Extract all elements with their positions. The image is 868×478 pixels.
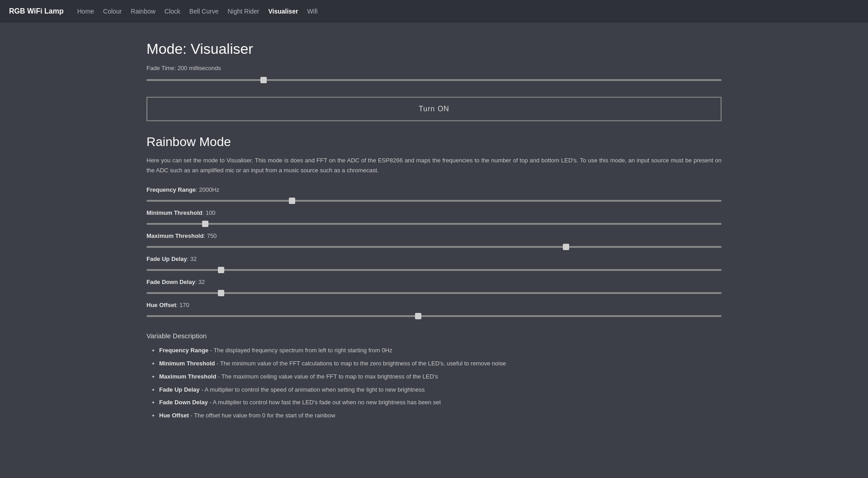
variable-description-section: Variable Description Frequency Range - T… [146, 332, 722, 421]
rainbow-mode-description: Here you can set the mode to Visualiser.… [146, 156, 722, 175]
nav-link-rainbow[interactable]: Rainbow [131, 8, 155, 15]
var-list-item: Fade Down Delay - A multiplier to contro… [159, 398, 722, 407]
navbar: RGB WiFi Lamp HomeColourRainbowClockBell… [0, 0, 868, 23]
fade-down-delay-slider[interactable] [146, 292, 722, 294]
hue-offset-container [146, 311, 722, 318]
var-list-item: Frequency Range - The displayed frequenc… [159, 346, 722, 355]
main-content: Mode: Visualiser Fade Time: 200 millisec… [0, 23, 868, 442]
nav-link-bell-curve[interactable]: Bell Curve [189, 8, 219, 15]
hue-offset-label: Hue Offset: 170 [146, 302, 722, 308]
sliders-section: Frequency Range: 2000HzMinimum Threshold… [146, 186, 722, 318]
nav-link-clock[interactable]: Clock [165, 8, 180, 15]
fade-time-section: Fade Time: 200 milliseconds [146, 65, 722, 82]
var-list-item: Hue Offset - The offset hue value from 0… [159, 411, 722, 421]
fade-down-delay-container [146, 288, 722, 295]
fade-time-slider[interactable] [146, 79, 722, 81]
minimum-threshold-slider[interactable] [146, 223, 722, 225]
frequency-range-slider[interactable] [146, 200, 722, 202]
frequency-range-container [146, 196, 722, 203]
maximum-threshold-label: Maximum Threshold: 750 [146, 232, 722, 239]
fade-time-label: Fade Time: 200 milliseconds [146, 65, 722, 71]
nav-brand: RGB WiFi Lamp [9, 7, 64, 15]
fade-up-delay-container [146, 265, 722, 272]
nav-link-home[interactable]: Home [77, 8, 94, 15]
var-list-item: Fade Up Delay - A multiplier to control … [159, 385, 722, 395]
hue-offset-slider[interactable] [146, 315, 722, 317]
fade-time-slider-container [146, 75, 722, 82]
variable-description-title: Variable Description [146, 332, 722, 340]
nav-link-visualiser[interactable]: Visualiser [268, 8, 298, 15]
page-title: Mode: Visualiser [146, 41, 722, 57]
rainbow-mode-title: Rainbow Mode [146, 135, 722, 149]
nav-link-colour[interactable]: Colour [103, 8, 122, 15]
maximum-threshold-container [146, 242, 722, 249]
variable-list: Frequency Range - The displayed frequenc… [146, 346, 722, 421]
var-list-item: Maximum Threshold - The maximum ceiling … [159, 372, 722, 382]
fade-down-delay-label: Fade Down Delay: 32 [146, 279, 722, 285]
minimum-threshold-container [146, 219, 722, 226]
nav-links: HomeColourRainbowClockBell CurveNight Ri… [77, 8, 318, 15]
fade-up-delay-slider[interactable] [146, 269, 722, 271]
turn-on-button[interactable]: Turn ON [146, 97, 722, 121]
var-list-item: Minimum Threshold - The minimum value of… [159, 359, 722, 369]
nav-link-night-rider[interactable]: Night Rider [227, 8, 259, 15]
nav-link-wifi[interactable]: Wifi [307, 8, 317, 15]
fade-up-delay-label: Fade Up Delay: 32 [146, 256, 722, 262]
minimum-threshold-label: Minimum Threshold: 100 [146, 209, 722, 216]
maximum-threshold-slider[interactable] [146, 246, 722, 248]
frequency-range-label: Frequency Range: 2000Hz [146, 186, 722, 193]
